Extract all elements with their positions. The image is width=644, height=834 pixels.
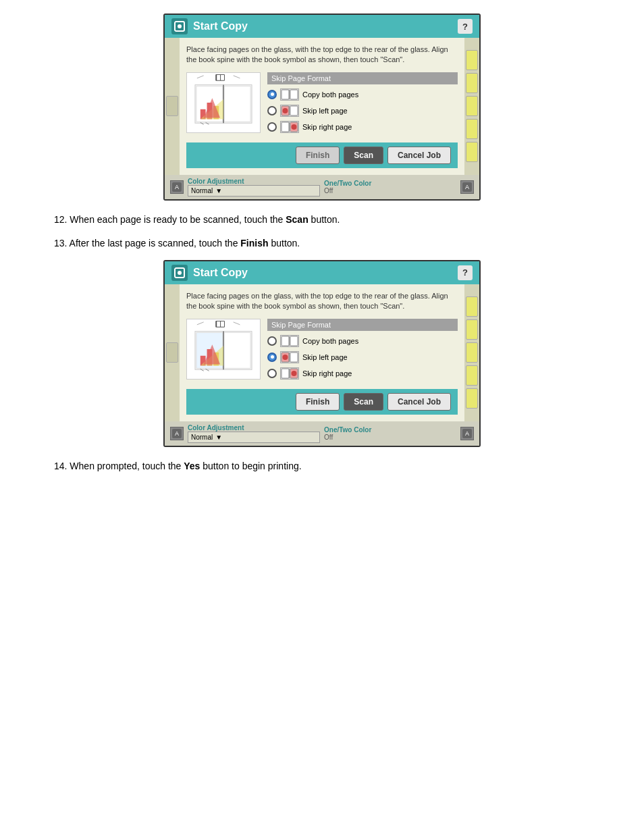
panel1-radio-3[interactable] <box>267 122 277 132</box>
panel1-title: Start Copy <box>193 20 452 32</box>
panel2-right-tab-3[interactable] <box>466 342 478 363</box>
svg-rect-42 <box>224 332 250 368</box>
panel2-status-icon-right: A <box>460 427 474 440</box>
panel2-title-icon <box>171 265 188 281</box>
panel2-color-adj-value: Normal <box>191 434 213 441</box>
panel2-skip-format: Skip Page Format Copy both pages <box>267 319 458 384</box>
panel2-option-skip-right[interactable]: Skip right page <box>267 367 458 380</box>
panel2-right-tab-4[interactable] <box>466 365 478 386</box>
panel1-skip-title: Skip Page Format <box>267 72 458 84</box>
right-tab-2[interactable] <box>466 73 478 93</box>
panel2-option-copy-both[interactable]: Copy both pages <box>267 335 458 347</box>
panel1-main: Place facing pages on the glass, with th… <box>180 38 464 175</box>
panel1-label-1: Copy both pages <box>302 90 358 99</box>
step12-bold: Scan <box>286 214 308 225</box>
panel1-radio-1[interactable] <box>267 90 277 99</box>
panel1-dropdown-arrow: ▼ <box>215 187 222 194</box>
panel2-radio-2[interactable] <box>267 353 277 362</box>
panel2-color-adj-dropdown[interactable]: Normal ▼ <box>188 432 320 443</box>
panel1-book-illustration <box>186 72 261 133</box>
panel2-radio-3[interactable] <box>267 369 277 378</box>
panel1-statusbar: A Color Adjustment Normal ▼ One/Two Colo… <box>165 175 479 199</box>
step12-number: 12. <box>54 214 67 225</box>
panel2-left-tabs <box>165 284 180 421</box>
panel2-icon-2 <box>280 351 299 363</box>
svg-rect-23 <box>290 106 298 115</box>
panel2-label-1: Copy both pages <box>302 337 358 345</box>
panel2-instruction: Place facing pages on the glass, with th… <box>186 291 458 312</box>
panel1-color-adj-dropdown[interactable]: Normal ▼ <box>188 185 320 197</box>
panel2-buttons: Finish Scan Cancel Job <box>186 389 458 415</box>
step12-after: button. <box>311 214 340 225</box>
panel2-skip-title: Skip Page Format <box>267 319 458 331</box>
left-tab-1[interactable] <box>166 96 178 116</box>
panel2-right-tab-2[interactable] <box>466 319 478 340</box>
svg-rect-25 <box>281 122 289 132</box>
panel1-option-skip-right[interactable]: Skip right page <box>267 121 458 133</box>
panel2-right-tab-5[interactable] <box>466 388 478 409</box>
step12-text: When each page is ready to be scanned, t… <box>70 214 286 225</box>
panel2-content: Skip Page Format Copy both pages <box>186 319 458 384</box>
panel1-icon-1 <box>280 88 299 101</box>
step12-para: 12. When each page is ready to be scanne… <box>54 213 617 227</box>
panel2-statusbar: A Color Adjustment Normal ▼ One/Two Colo… <box>165 421 479 446</box>
panel2-titlebar: Start Copy ? <box>165 261 479 284</box>
panel1-color-adj-value: Normal <box>191 187 213 194</box>
panel2-left-tab-1[interactable] <box>166 342 178 363</box>
svg-point-55 <box>283 355 288 360</box>
step13-text: After the last page is scanned, touch th… <box>70 238 241 249</box>
svg-rect-39 <box>221 321 224 326</box>
panel2-icon-1 <box>280 335 299 347</box>
panel2-finish-button[interactable]: Finish <box>296 393 340 411</box>
panel2-one-two-value: Off <box>324 434 456 441</box>
panel1-icon-2 <box>280 105 299 117</box>
step14-bold: Yes <box>184 461 200 471</box>
panel1-finish-button[interactable]: Finish <box>296 147 340 164</box>
right-tab-1[interactable] <box>466 50 478 70</box>
svg-point-22 <box>283 108 288 113</box>
panel1-option-skip-left[interactable]: Skip left page <box>267 105 458 117</box>
svg-rect-5 <box>217 75 220 80</box>
panel2-icon-3 <box>280 367 299 380</box>
panel1-status-icon-right: A <box>460 180 474 194</box>
panel2-right-tabs <box>464 284 479 421</box>
right-tab-4[interactable] <box>466 119 478 139</box>
panel1-scan-button[interactable]: Scan <box>344 147 383 164</box>
panel2-radio-1[interactable] <box>267 336 277 346</box>
panel2-one-two-section: One/Two Color Off <box>324 426 456 441</box>
panel1-right-tabs <box>464 38 479 175</box>
panel1-label-2: Skip left page <box>302 107 348 115</box>
panel1-help-button[interactable]: ? <box>458 19 473 34</box>
step13-number: 13. <box>54 238 67 249</box>
svg-text:A: A <box>465 184 469 190</box>
svg-line-2 <box>197 76 204 78</box>
svg-line-35 <box>197 321 204 324</box>
svg-text:A: A <box>465 430 469 437</box>
svg-line-36 <box>234 321 240 324</box>
panel1-status-icon-left: A <box>170 180 184 194</box>
panel1-radio-2[interactable] <box>267 106 277 115</box>
panel1-left-tabs <box>165 38 180 175</box>
svg-rect-6 <box>221 75 224 80</box>
svg-rect-9 <box>224 86 250 122</box>
panel2-title: Start Copy <box>193 267 452 279</box>
svg-line-3 <box>234 76 240 78</box>
svg-rect-18 <box>281 90 289 99</box>
panel1-titlebar: Start Copy ? <box>165 15 479 38</box>
panel1-one-two-value: Off <box>324 187 456 194</box>
panel1-option-copy-both[interactable]: Copy both pages <box>267 88 458 101</box>
right-tab-3[interactable] <box>466 96 478 116</box>
panel2-scan-button[interactable]: Scan <box>344 393 383 411</box>
panel1-cancel-button[interactable]: Cancel Job <box>387 147 451 164</box>
panel2-cancel-button[interactable]: Cancel Job <box>387 393 451 411</box>
svg-rect-52 <box>290 336 298 346</box>
right-tab-5[interactable] <box>466 142 478 162</box>
panel2-option-skip-left[interactable]: Skip left page <box>267 351 458 363</box>
device-panel-1: Start Copy ? Place facing pages on the g… <box>163 14 481 201</box>
panel1-title-icon <box>171 18 188 34</box>
panel1-icon-3 <box>280 121 299 133</box>
panel2-help-button[interactable]: ? <box>458 265 473 280</box>
panel2-book-illustration <box>186 319 261 380</box>
panel1-body: Place facing pages on the glass, with th… <box>165 38 479 175</box>
panel2-right-tab-1[interactable] <box>466 296 478 317</box>
